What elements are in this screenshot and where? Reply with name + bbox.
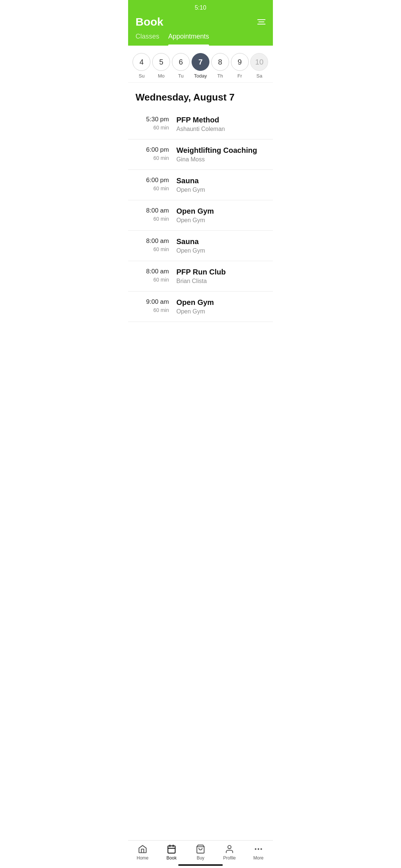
item-class-name: Sauna — [176, 177, 265, 185]
item-duration: 60 min — [136, 277, 169, 283]
tab-appointments[interactable]: Appointments — [168, 33, 209, 46]
list-item[interactable]: 6:00 pm 60 min Sauna Open Gym — [128, 170, 273, 200]
item-duration: 60 min — [136, 185, 169, 191]
day-label-8: Th — [217, 73, 223, 79]
list-item[interactable]: 8:00 am 60 min PFP Run Club Brian Clista — [128, 261, 273, 292]
list-item[interactable]: 5:30 pm 60 min PFP Method Ashaunti Colem… — [128, 109, 273, 139]
day-4[interactable]: 4 Su — [133, 53, 150, 79]
item-time: 8:00 am — [136, 268, 169, 275]
day-5[interactable]: 5 Mo — [152, 53, 170, 79]
day-label-4: Su — [138, 73, 144, 79]
day-6[interactable]: 6 Tu — [172, 53, 190, 79]
day-label-5: Mo — [158, 73, 164, 79]
day-9[interactable]: 9 Fr — [231, 53, 249, 79]
day-number-9: 9 — [231, 53, 249, 71]
calendar-strip: 4 Su 5 Mo 6 Tu 7 Today 8 Th 9 Fr 10 Sa — [128, 46, 273, 83]
item-class-name: PFP Method — [176, 116, 265, 124]
item-time: 8:00 am — [136, 207, 169, 214]
schedule-list: 5:30 pm 60 min PFP Method Ashaunti Colem… — [128, 109, 273, 322]
item-instructor: Open Gym — [176, 217, 265, 224]
status-time: 5:10 — [195, 4, 206, 11]
item-duration: 60 min — [136, 216, 169, 222]
page-title: Book — [136, 16, 163, 28]
day-number-8: 8 — [211, 53, 229, 71]
item-class-name: PFP Run Club — [176, 268, 265, 276]
day-8[interactable]: 8 Th — [211, 53, 229, 79]
day-7-today[interactable]: 7 Today — [192, 53, 209, 79]
item-duration: 60 min — [136, 155, 169, 161]
item-duration: 60 min — [136, 307, 169, 313]
day-label-6: Tu — [178, 73, 184, 79]
list-item[interactable]: 9:00 am 60 min Open Gym Open Gym — [128, 292, 273, 322]
item-class-name: Open Gym — [176, 298, 265, 307]
list-item[interactable]: 8:00 am 60 min Open Gym Open Gym — [128, 200, 273, 231]
item-instructor: Open Gym — [176, 187, 265, 193]
day-number-7: 7 — [192, 53, 209, 71]
item-instructor: Gina Moss — [176, 156, 265, 163]
item-class-name: Sauna — [176, 237, 265, 246]
day-label-10: Sa — [257, 73, 263, 79]
item-time: 9:00 am — [136, 298, 169, 306]
day-number-4: 4 — [133, 53, 150, 71]
list-item[interactable]: 8:00 am 60 min Sauna Open Gym — [128, 231, 273, 261]
item-time: 8:00 am — [136, 237, 169, 245]
day-number-5: 5 — [152, 53, 170, 71]
day-label-7: Today — [194, 73, 207, 79]
app-header: 5:10 Book Classes Appointments — [128, 0, 273, 46]
day-number-10: 10 — [250, 53, 268, 71]
item-instructor: Ashaunti Coleman — [176, 126, 265, 132]
item-instructor: Open Gym — [176, 247, 265, 254]
list-item[interactable]: 6:00 pm 60 min Weightlifting Coaching Gi… — [128, 139, 273, 170]
item-duration: 60 min — [136, 246, 169, 252]
tab-bar: Classes Appointments — [128, 33, 273, 46]
item-time: 6:00 pm — [136, 146, 169, 154]
day-label-9: Fr — [238, 73, 242, 79]
item-class-name: Open Gym — [176, 207, 265, 216]
day-10[interactable]: 10 Sa — [250, 53, 268, 79]
item-duration: 60 min — [136, 125, 169, 131]
item-time: 5:30 pm — [136, 116, 169, 123]
filter-button[interactable] — [257, 19, 265, 24]
day-number-6: 6 — [172, 53, 190, 71]
item-time: 6:00 pm — [136, 177, 169, 184]
tab-classes[interactable]: Classes — [136, 33, 159, 46]
date-heading: Wednesday, August 7 — [128, 83, 273, 109]
item-instructor: Brian Clista — [176, 278, 265, 285]
status-bar: 5:10 — [128, 0, 273, 13]
item-instructor: Open Gym — [176, 308, 265, 315]
item-class-name: Weightlifting Coaching — [176, 146, 265, 155]
